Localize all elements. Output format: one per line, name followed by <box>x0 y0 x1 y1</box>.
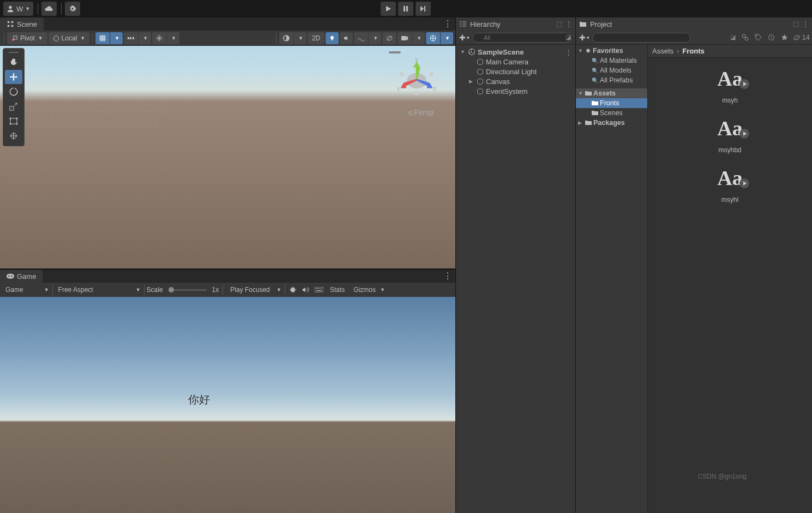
move-tool[interactable] <box>5 70 22 84</box>
hierarchy-search-input[interactable] <box>472 33 570 43</box>
svg-rect-2 <box>406 6 408 11</box>
folder-item[interactable]: Fronts <box>576 98 647 108</box>
gizmos-dropdown[interactable]: Gizmos▼ <box>350 284 388 295</box>
cube-icon <box>477 88 484 95</box>
panel-menu[interactable]: ⋮ <box>566 20 572 28</box>
stats-button[interactable]: Stats <box>327 286 348 294</box>
font-asset[interactable]: Aa msyh <box>706 63 755 104</box>
rect-tool[interactable] <box>5 114 22 128</box>
rotate-tool[interactable] <box>5 85 22 99</box>
font-asset[interactable]: Aa msyhl <box>706 163 755 204</box>
scale-value: 1x <box>212 286 219 294</box>
hierarchy-panel: Hierarchy ⬚ ⋮ ✚▾ 🔍 ◪ ▼ SampleScene ⋮ Mai… <box>456 17 576 513</box>
filter-label-icon[interactable] <box>753 32 764 43</box>
font-asset[interactable]: Aa msyhbd <box>706 113 755 154</box>
grid-visibility[interactable] <box>152 32 166 44</box>
hand-tool[interactable] <box>5 55 22 69</box>
settings-button[interactable] <box>65 2 80 16</box>
scale-tool[interactable] <box>5 99 22 114</box>
keyboard-icon[interactable] <box>314 284 324 295</box>
snap-increment[interactable] <box>124 32 138 44</box>
cloud-button[interactable] <box>41 2 57 16</box>
svg-text:x: x <box>397 86 400 92</box>
play-focused-dropdown[interactable]: Play Focused▼ <box>227 284 285 295</box>
folder-item[interactable]: Scenes <box>576 108 647 118</box>
pivot-dropdown[interactable]: Pivot▼ <box>7 32 47 44</box>
hidden-toggle[interactable]: 14 <box>792 32 810 43</box>
game-tab[interactable]: Game <box>0 270 43 283</box>
play-button[interactable] <box>381 2 396 16</box>
lock-icon[interactable]: ⬚ <box>556 20 562 28</box>
create-dropdown[interactable]: ✚▾ <box>458 32 470 43</box>
audio-toggle[interactable] <box>340 32 353 44</box>
filter-type-icon[interactable] <box>740 32 751 43</box>
favorites-header[interactable]: ▼Favorites <box>576 46 647 56</box>
aspect-dropdown[interactable]: Free Aspect▼ <box>55 284 145 295</box>
pivot-icon <box>11 35 18 41</box>
svg-text:z: z <box>434 86 436 92</box>
svg-rect-60 <box>319 288 320 289</box>
search-filter-icon[interactable]: ◪ <box>566 34 571 41</box>
assets-folder[interactable]: ▼Assets <box>576 88 647 98</box>
scene-root[interactable]: ▼ SampleScene ⋮ <box>456 47 575 57</box>
display-dropdown[interactable]: Game▼ <box>2 284 53 295</box>
folder-icon <box>585 120 592 126</box>
scale-slider[interactable] <box>169 289 207 291</box>
hierarchy-item[interactable]: Directional Light <box>456 67 575 76</box>
fx-dropdown[interactable]: ▼ <box>369 32 381 44</box>
mute-icon[interactable] <box>300 284 311 295</box>
gizmos-toggle[interactable] <box>426 32 440 44</box>
breadcrumb-root[interactable]: Assets <box>652 47 673 55</box>
scene-tab[interactable]: Scene <box>0 17 44 31</box>
packages-folder[interactable]: ▶Packages <box>576 118 647 128</box>
shading-mode[interactable] <box>279 32 293 44</box>
pause-button[interactable] <box>398 2 413 16</box>
projection-label[interactable]: ≤Persp <box>408 108 434 117</box>
project-search-input[interactable] <box>592 33 690 43</box>
grid-visibility-dropdown[interactable]: ▼ <box>167 32 179 44</box>
camera-settings[interactable] <box>398 32 412 44</box>
create-asset-dropdown[interactable]: ✚▾ <box>578 32 590 43</box>
camera-dropdown[interactable]: ▼ <box>412 32 425 44</box>
game-icon <box>7 272 14 280</box>
shading-mode-dropdown[interactable]: ▼ <box>294 32 306 44</box>
game-view[interactable]: 你好 <box>0 297 455 513</box>
filter-save-icon[interactable] <box>766 32 777 43</box>
2d-toggle[interactable]: 2D <box>308 32 324 44</box>
lighting-toggle[interactable] <box>326 32 339 44</box>
hierarchy-item[interactable]: ▶Canvas <box>456 76 575 86</box>
svg-point-64 <box>745 37 748 40</box>
grid-snap-toggle[interactable] <box>95 32 110 44</box>
search-filter-icon[interactable]: ◪ <box>730 34 736 41</box>
scene-menu[interactable]: ⋮ <box>565 48 572 56</box>
hierarchy-item[interactable]: Main Camera <box>456 57 575 67</box>
scene-panel-menu[interactable]: ⋮ <box>443 19 452 29</box>
hierarchy-item[interactable]: EventSystem <box>456 86 575 96</box>
favorite-icon[interactable] <box>779 32 790 43</box>
svg-rect-15 <box>332 39 333 40</box>
snap-increment-dropdown[interactable]: ▼ <box>139 32 151 44</box>
grid-snap-dropdown[interactable]: ▼ <box>110 32 123 44</box>
favorite-item[interactable]: 🔍All Models <box>576 65 647 75</box>
visibility-toggle[interactable] <box>382 32 396 44</box>
scene-icon <box>7 20 14 28</box>
game-panel: Game ⋮ Game▼ Free Aspect▼ Scale 1x Play … <box>0 269 456 513</box>
local-dropdown[interactable]: Local▼ <box>49 32 90 44</box>
game-panel-menu[interactable]: ⋮ <box>443 271 452 281</box>
scene-grid <box>0 46 164 128</box>
transform-tool[interactable] <box>5 129 22 143</box>
project-tree: ▼Favorites 🔍All Materials 🔍All Models 🔍A… <box>576 45 648 513</box>
debug-icon[interactable] <box>287 284 298 295</box>
step-button[interactable] <box>416 2 431 16</box>
account-menu[interactable]: W ▼ <box>3 2 33 16</box>
gizmos-dropdown[interactable]: ▼ <box>441 32 453 44</box>
panel-menu[interactable]: ⋮ <box>802 20 809 28</box>
orientation-gizmo[interactable]: y x z <box>392 53 441 103</box>
svg-point-47 <box>429 72 434 76</box>
lock-icon[interactable]: ⬚ <box>793 20 799 28</box>
scene-view[interactable]: y x z ≤Persp <box>0 46 455 269</box>
fx-toggle[interactable] <box>354 32 368 44</box>
favorite-item[interactable]: 🔍All Prefabs <box>576 75 647 85</box>
folder-icon <box>592 100 598 106</box>
favorite-item[interactable]: 🔍All Materials <box>576 56 647 65</box>
